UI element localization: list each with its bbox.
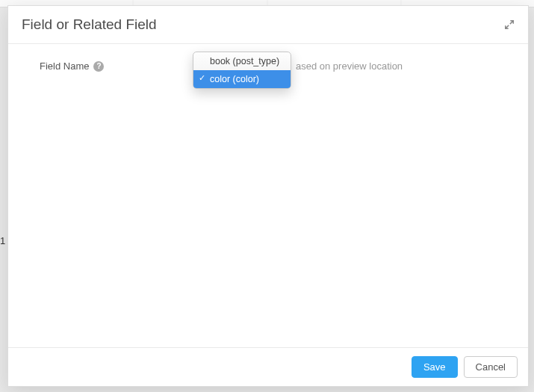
expand-icon[interactable] xyxy=(504,19,515,30)
field-hint: ased on preview location xyxy=(296,60,403,72)
modal-dialog: Field or Related Field Field Name ? ased… xyxy=(7,5,529,387)
cancel-button[interactable]: Cancel xyxy=(464,356,518,378)
modal-title: Field or Related Field xyxy=(22,16,157,33)
field-name-label: Field Name xyxy=(40,60,89,72)
background-row-marker: 1 xyxy=(0,235,5,246)
help-icon[interactable]: ? xyxy=(93,61,104,72)
dropdown-option-book[interactable]: book (post_type) xyxy=(193,52,291,70)
field-name-label-wrap: Field Name ? xyxy=(23,60,191,72)
save-button[interactable]: Save xyxy=(412,356,458,378)
modal-header: Field or Related Field xyxy=(8,6,528,44)
modal-footer: Save Cancel xyxy=(8,347,528,386)
dropdown-option-color[interactable]: color (color) xyxy=(193,70,291,88)
field-name-dropdown[interactable]: book (post_type) color (color) xyxy=(193,52,291,89)
modal-body: Field Name ? ased on preview location bo… xyxy=(8,44,528,347)
